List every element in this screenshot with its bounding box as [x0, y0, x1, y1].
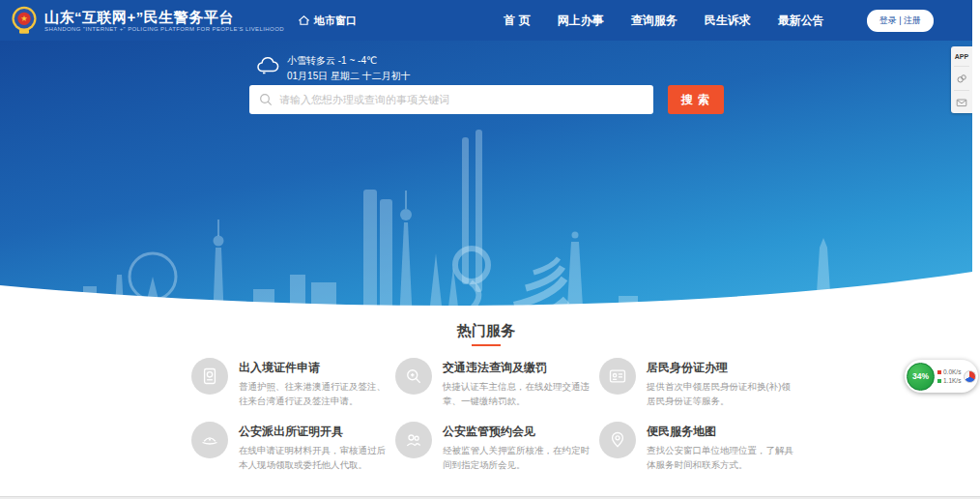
location-pin-icon [599, 422, 636, 458]
qrcode-icon[interactable] [954, 66, 969, 84]
service-card-police-certificate[interactable]: 公安派出所证明开具 在线申请证明材料开具，审核通过后本人现场领取或委托他人代取。 [191, 422, 395, 472]
service-desc: 查找公安窗口单位地理位置，了解具体服务时间和联系方式。 [647, 444, 795, 472]
service-card-text: 公安派出所证明开具 在线申请证明材料开具，审核通过后本人现场领取或委托他人代取。 [239, 422, 388, 472]
service-desc: 快捷认证车主信息，在线处理交通违章、一键缴纳罚款。 [443, 380, 591, 408]
white-curve-divider [0, 264, 972, 323]
service-card-text: 交通违法查询及缴罚 快捷认证车主信息，在线处理交通违章、一键缴纳罚款。 [443, 358, 591, 408]
service-card-exit-entry[interactable]: 出入境证件申请 普通护照、往来港澳通行证及签注、往来台湾通行证及签注申请。 [191, 358, 395, 408]
search-icon [258, 92, 274, 107]
brand[interactable]: ★ 山东“互联网+”民生警务平台 SHANDONG "INTERNET +" P… [10, 6, 284, 35]
brand-text: 山东“互联网+”民生警务平台 SHANDONG "INTERNET +" POL… [44, 9, 284, 32]
upload-indicator-icon [937, 379, 941, 383]
search-box [249, 85, 653, 114]
top-header: ★ 山东“互联网+”民生警务平台 SHANDONG "INTERNET +" P… [0, 0, 972, 41]
browser-logo-icon [964, 370, 976, 383]
weather-widget: 小雪转多云 -1 ~ -4℃ 01月15日 星期二 十二月初十 [256, 53, 411, 83]
app-download-label[interactable]: APP [955, 53, 968, 60]
passport-icon [191, 358, 228, 395]
service-card-supervision-visit[interactable]: 公安监管预约会见 经被监管人关押监所核准，在约定时间到指定场所会见。 [395, 422, 599, 472]
service-desc: 普通护照、往来港澳通行证及签注、往来台湾通行证及签注申请。 [239, 380, 388, 408]
page: ★ 山东“互联网+”民生警务平台 SHANDONG "INTERNET +" P… [0, 0, 980, 499]
people-icon [395, 422, 432, 458]
service-title: 出入境证件申请 [239, 360, 388, 376]
service-desc: 提供首次申领居民身份证和换(补)领居民身份证等服务。 [647, 380, 795, 408]
site-subtitle: SHANDONG "INTERNET +" POLICING PLATFORM … [44, 26, 284, 32]
nav-query-services[interactable]: 查询服务 [631, 13, 677, 29]
city-portal-link[interactable]: 地市窗口 [298, 14, 357, 28]
title-underline [472, 344, 501, 346]
download-speed-value: 0.0K/s [943, 368, 961, 375]
police-hat-icon [191, 422, 228, 458]
weather-text: 小雪转多云 -1 ~ -4℃ 01月15日 星期二 十二月初十 [287, 53, 411, 83]
service-card-text: 便民服务地图 查找公安窗口单位地理位置，了解具体服务时间和联系方式。 [647, 422, 795, 472]
service-title: 交通违法查询及缴罚 [443, 360, 591, 376]
service-card-service-map[interactable]: 便民服务地图 查找公安窗口单位地理位置，了解具体服务时间和联系方式。 [599, 422, 821, 472]
section-title-hot-services: 热门服务 [0, 322, 972, 340]
services-grid: 出入境证件申请 普通护照、往来港澳通行证及签注、往来台湾通行证及签注申请。 交通… [191, 358, 821, 473]
hero-banner: 小雪转多云 -1 ~ -4℃ 01月15日 星期二 十二月初十 搜 索 APP [0, 41, 972, 323]
upload-speed-value: 1.1K/s [943, 377, 961, 384]
service-title: 便民服务地图 [647, 424, 795, 440]
speed-percent-badge: 34% [907, 363, 935, 391]
site-title: 山东“互联网+”民生警务平台 [44, 9, 284, 25]
service-card-text: 公安监管预约会见 经被监管人关押监所核准，在约定时间到指定场所会见。 [443, 422, 591, 472]
nav-livelihood-appeals[interactable]: 民生诉求 [705, 13, 751, 29]
cloud-icon [256, 56, 279, 74]
search-bar: 搜 索 [249, 85, 724, 114]
weather-condition: 小雪转多云 -1 ~ -4℃ [287, 53, 411, 69]
nav-online-services[interactable]: 网上办事 [558, 13, 604, 29]
main-nav: 首 页 网上办事 查询服务 民生诉求 最新公告 [504, 13, 823, 29]
city-portal-label: 地市窗口 [314, 14, 357, 28]
police-badge-icon: ★ [10, 6, 39, 35]
svg-text:★: ★ [20, 14, 27, 23]
weather-date: 01月15日 星期二 十二月初十 [287, 69, 411, 84]
mail-icon[interactable] [954, 90, 969, 108]
login-register-button[interactable]: 登录 | 注册 [867, 10, 934, 32]
download-indicator-icon [937, 370, 941, 374]
nav-announcements[interactable]: 最新公告 [778, 13, 824, 29]
upload-speed-row: 1.1K/s [937, 377, 961, 384]
service-card-traffic-violation[interactable]: 交通违法查询及缴罚 快捷认证车主信息，在线处理交通违章、一键缴纳罚款。 [395, 358, 599, 408]
search-input[interactable] [249, 85, 653, 114]
search-button[interactable]: 搜 索 [668, 85, 724, 114]
service-title: 公安监管预约会见 [443, 424, 591, 440]
service-title: 公安派出所证明开具 [239, 424, 388, 440]
side-quick-panel: APP [951, 46, 972, 113]
speed-monitor-widget[interactable]: 34% 0.0K/s 1.1K/s [905, 360, 978, 393]
service-title: 居民身份证办理 [647, 360, 795, 376]
id-card-icon [599, 358, 636, 395]
magnifier-icon [395, 358, 432, 395]
nav-home[interactable]: 首 页 [504, 13, 530, 29]
service-card-text: 居民身份证办理 提供首次申领居民身份证和换(补)领居民身份证等服务。 [647, 358, 795, 408]
download-speed-row: 0.0K/s [937, 368, 961, 375]
service-card-id-card[interactable]: 居民身份证办理 提供首次申领居民身份证和换(补)领居民身份证等服务。 [599, 358, 821, 408]
speed-stats: 0.0K/s 1.1K/s [937, 368, 961, 384]
service-card-text: 出入境证件申请 普通护照、往来港澳通行证及签注、往来台湾通行证及签注申请。 [239, 358, 388, 408]
service-desc: 经被监管人关押监所核准，在约定时间到指定场所会见。 [443, 444, 591, 472]
home-icon [298, 15, 310, 26]
service-desc: 在线申请证明材料开具，审核通过后本人现场领取或委托他人代取。 [239, 444, 388, 472]
